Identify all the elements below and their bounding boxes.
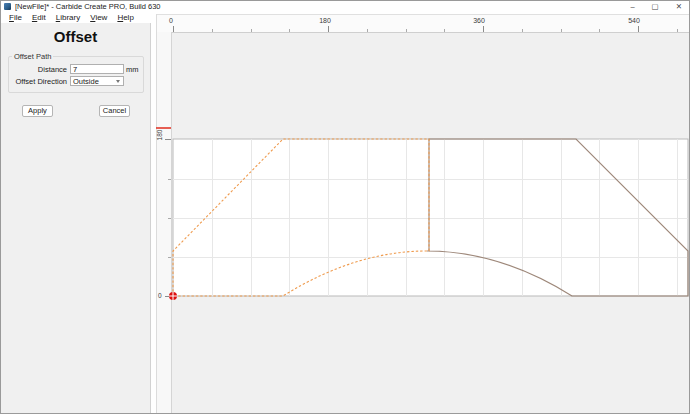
origin-marker xyxy=(169,292,177,300)
h-ruler-label-180: 180 xyxy=(319,17,331,24)
menu-edit[interactable]: Edit xyxy=(27,12,51,23)
distance-input[interactable] xyxy=(70,64,124,74)
h-ruler-label-0: 0 xyxy=(169,17,173,24)
maximize-button[interactable]: ▢ xyxy=(652,3,659,11)
h-ruler-label-540: 540 xyxy=(628,17,640,24)
offset-direction-value: Outside xyxy=(73,77,99,86)
close-button[interactable]: ✕ xyxy=(676,3,682,11)
offset-path-group-label: Offset Path xyxy=(12,52,53,61)
menu-file[interactable]: File xyxy=(4,12,27,23)
distance-label: Distance xyxy=(38,65,67,74)
direction-row: Offset Direction Outside xyxy=(11,76,141,86)
menu-library[interactable]: Library xyxy=(51,12,85,23)
app-icon xyxy=(4,3,11,10)
h-ruler-label-360: 360 xyxy=(473,17,485,24)
title-bar: [NewFile]* - Carbide Create PRO, Build 6… xyxy=(1,1,689,12)
page-title: Offset xyxy=(1,28,150,45)
offset-path-group: Offset Path Distance mm Offset Direction… xyxy=(8,56,144,93)
offset-direction-select[interactable]: Outside xyxy=(70,76,124,86)
v-ruler-label-0: 0 xyxy=(158,292,162,299)
horizontal-ruler xyxy=(156,14,690,32)
apply-button[interactable]: Apply xyxy=(22,105,53,117)
v-ruler-label-180: 180 xyxy=(156,129,163,140)
menu-bar: File Edit Library View Help xyxy=(1,12,155,23)
distance-unit-label: mm xyxy=(126,65,139,74)
distance-row: Distance mm xyxy=(11,64,141,74)
offset-direction-label: Offset Direction xyxy=(15,77,67,86)
cancel-button[interactable]: Cancel xyxy=(99,105,130,117)
window-title: [NewFile]* - Carbide Create PRO, Build 6… xyxy=(15,2,160,11)
app-window: [NewFile]* - Carbide Create PRO, Build 6… xyxy=(0,0,690,414)
vertical-ruler xyxy=(156,32,171,414)
drawing-canvas[interactable]: 0 180 360 540 180 0 xyxy=(156,14,690,414)
offset-tool-panel: Offset Offset Path Distance mm Offset Di… xyxy=(1,23,151,414)
panel-buttons: Apply Cancel xyxy=(22,105,130,117)
menu-view[interactable]: View xyxy=(85,12,112,23)
chevron-down-icon xyxy=(116,80,120,83)
minimize-button[interactable]: – xyxy=(630,3,634,11)
menu-help[interactable]: Help xyxy=(112,12,138,23)
